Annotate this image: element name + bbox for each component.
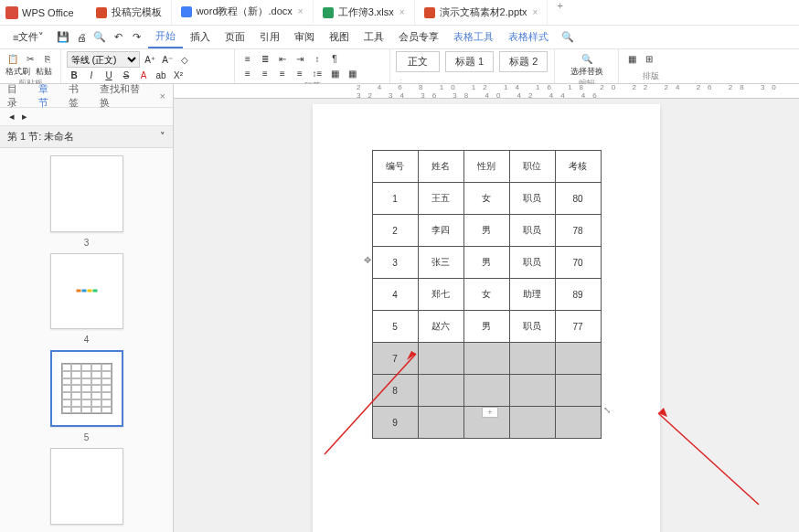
table-row[interactable]: 1王五女职员80	[372, 183, 601, 215]
sort-icon[interactable]: ↕	[310, 51, 325, 66]
table-cell[interactable]: 77	[555, 311, 601, 343]
table-cell[interactable]	[555, 407, 601, 439]
table-header-cell[interactable]: 性别	[463, 151, 509, 183]
next-icon[interactable]: ▸	[18, 111, 31, 123]
format-painter-button[interactable]: 格式刷	[5, 66, 30, 78]
menu-review[interactable]: 审阅	[287, 26, 322, 48]
menu-ref[interactable]: 引用	[252, 26, 287, 48]
order-icon[interactable]: ⊞	[642, 51, 656, 66]
menu-table-style[interactable]: 表格样式	[501, 26, 556, 48]
chapter-header[interactable]: 第 1 节: 未命名 ˅	[0, 126, 173, 148]
sidebar-tab-findrep[interactable]: 查找和替换	[100, 82, 149, 110]
table-cell[interactable]: 郑七	[418, 279, 463, 311]
table-cell[interactable]	[555, 375, 601, 407]
table-cell[interactable]: 男	[463, 215, 509, 247]
table-row-selected[interactable]: 7	[372, 343, 601, 375]
table-cell[interactable]: 3	[372, 247, 418, 279]
font-increase-icon[interactable]: A⁺	[143, 52, 157, 67]
table-cell[interactable]	[509, 407, 555, 439]
doc-tab-2[interactable]: 工作簿3.xlsx×	[314, 0, 415, 25]
document-page[interactable]: ✥ 编号 姓名 性别 职位 考核 1王五女职员80 2李四男职员78 3张三男职…	[313, 104, 660, 532]
super-button[interactable]: X²	[171, 68, 186, 82]
table-cell[interactable]: 赵六	[418, 311, 463, 343]
table-row[interactable]: 4郑七女助理89	[372, 279, 601, 311]
menu-member[interactable]: 会员专享	[391, 26, 446, 48]
table-cell[interactable]: 70	[555, 247, 601, 279]
sidebar-tab-bookmark[interactable]: 书签	[69, 82, 89, 110]
file-menu[interactable]: ≡ 文件 ˅	[5, 26, 51, 48]
find-label[interactable]: 选择替换	[570, 66, 603, 78]
doc-tab-3[interactable]: 演示文稿素材2.pptx×	[415, 0, 549, 25]
table-cell[interactable]	[509, 375, 555, 407]
table-row[interactable]: 编号 姓名 性别 职位 考核	[372, 151, 601, 183]
table-cell[interactable]: 89	[555, 279, 601, 311]
italic-button[interactable]: I	[84, 68, 99, 82]
add-tab-button[interactable]: +	[548, 0, 571, 25]
table-cell[interactable]	[418, 407, 463, 439]
table-cell[interactable]	[418, 343, 463, 375]
table-cell[interactable]: 女	[463, 183, 509, 215]
table-cell[interactable]: 78	[555, 215, 601, 247]
table-cell[interactable]	[555, 343, 601, 375]
table-cell[interactable]: 5	[372, 311, 418, 343]
print-icon[interactable]: 🖨	[75, 31, 88, 44]
page-thumbnail[interactable]	[50, 448, 123, 525]
doc-tab-0[interactable]: 投稿完模板	[87, 0, 172, 25]
table-cell[interactable]: 职员	[509, 247, 555, 279]
table-cell[interactable]: 王五	[418, 183, 463, 215]
table-cell[interactable]: 80	[555, 183, 601, 215]
clear-format-icon[interactable]: ◇	[177, 52, 192, 67]
table-cell[interactable]: 7	[372, 343, 418, 375]
table-cell[interactable]: 9	[372, 407, 418, 439]
font-color-button[interactable]: A	[136, 68, 151, 82]
bold-button[interactable]: B	[67, 68, 81, 82]
line-spacing-icon[interactable]: ↕≡	[310, 66, 325, 80]
paragraph-mark-icon[interactable]: ¶	[327, 51, 342, 66]
table-row[interactable]: 5赵六男职员77	[372, 311, 601, 343]
close-icon[interactable]: ×	[533, 7, 538, 17]
table-cell[interactable]	[463, 375, 509, 407]
menu-insert[interactable]: 插入	[183, 26, 218, 48]
paste-button[interactable]: 📋	[5, 51, 20, 66]
indent-inc-icon[interactable]: ⇥	[293, 51, 307, 66]
table-cell[interactable]	[509, 343, 555, 375]
table-cell[interactable]: 助理	[509, 279, 555, 311]
border-icon[interactable]: ▦	[345, 66, 359, 80]
table-cell[interactable]: 1	[372, 183, 418, 215]
search-icon[interactable]: 🔍	[561, 31, 574, 44]
sidebar-close-icon[interactable]: ×	[160, 90, 165, 101]
table-resize-handle[interactable]: ⤡	[603, 405, 611, 415]
table-header-cell[interactable]: 编号	[372, 151, 418, 183]
indent-dec-icon[interactable]: ⇤	[275, 51, 290, 66]
strike-button[interactable]: S	[119, 68, 133, 82]
arrange-icon[interactable]: ▦	[624, 51, 639, 66]
menu-table-tools[interactable]: 表格工具	[446, 26, 501, 48]
table-header-cell[interactable]: 职位	[509, 151, 555, 183]
page-thumbnail[interactable]	[50, 253, 123, 330]
document-canvas[interactable]: 2 4 6 8 10 12 14 16 18 20 22 24 26 28 30…	[174, 84, 799, 532]
menu-home[interactable]: 开始	[148, 26, 183, 48]
align-left-icon[interactable]: ≡	[240, 66, 255, 80]
find-icon[interactable]: 🔍	[580, 51, 594, 66]
table-cell[interactable]	[418, 375, 463, 407]
table-row[interactable]: 3张三男职员70	[372, 247, 601, 279]
align-justify-icon[interactable]: ≡	[293, 66, 307, 80]
table-header-cell[interactable]: 姓名	[418, 151, 463, 183]
table-cell[interactable]: 男	[463, 247, 509, 279]
shading-icon[interactable]: ▦	[327, 66, 342, 80]
sidebar-tab-outline[interactable]: 目录	[7, 82, 27, 110]
table-cell[interactable]: 8	[372, 375, 418, 407]
page-thumbnail[interactable]	[50, 155, 123, 232]
table-cell[interactable]: 张三	[418, 247, 463, 279]
table-cell[interactable]: 职员	[509, 311, 555, 343]
table-move-handle[interactable]: ✥	[364, 255, 371, 265]
sidebar-tab-chapter[interactable]: 章节	[38, 82, 59, 110]
table-row[interactable]: 2李四男职员78	[372, 215, 601, 247]
preview-icon[interactable]: 🔍	[93, 31, 106, 44]
align-center-icon[interactable]: ≡	[258, 66, 272, 80]
style-h1[interactable]: 标题 1	[445, 51, 494, 72]
font-family-select[interactable]: 等线 (正文)	[67, 51, 140, 68]
data-table[interactable]: 编号 姓名 性别 职位 考核 1王五女职员80 2李四男职员78 3张三男职员7…	[372, 150, 602, 439]
align-right-icon[interactable]: ≡	[275, 66, 290, 80]
doc-tab-1[interactable]: word教程（新）.docx×	[172, 0, 314, 25]
